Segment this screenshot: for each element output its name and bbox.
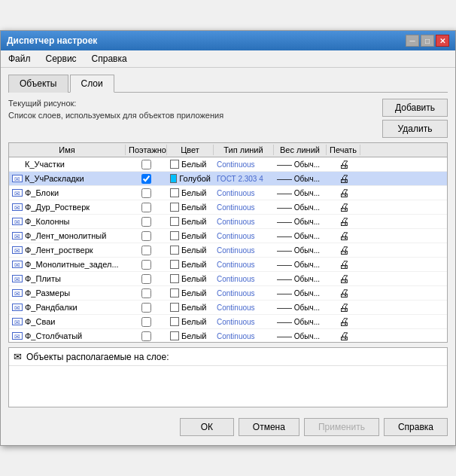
printer-icon[interactable]: 🖨 xyxy=(339,187,349,199)
print-cell: 🖨 xyxy=(327,215,360,227)
print-cell: 🖨 xyxy=(327,187,360,199)
row-name: Ф_Столбчатый xyxy=(25,331,82,340)
row-name-cell: ✉Ф_Дур_Ростверк xyxy=(9,202,126,212)
color-name: Белый xyxy=(181,303,206,312)
row-name: Ф_Блоки xyxy=(25,188,59,197)
color-name: Белый xyxy=(181,231,206,240)
table-row[interactable]: ✉Ф_СваиБелыйContinuous—— Обыч...🖨 xyxy=(9,315,447,329)
printer-icon[interactable]: 🖨 xyxy=(339,201,349,213)
layer-checkbox[interactable] xyxy=(141,288,151,298)
window-title: Диспетчер настроек xyxy=(7,35,97,46)
row-name-cell: ✉Ф_Лент_монолитный xyxy=(9,230,126,241)
checkbox-cell xyxy=(126,260,167,270)
tab-layers[interactable]: Слои xyxy=(70,75,114,93)
printer-icon[interactable]: 🖨 xyxy=(339,316,349,328)
checkbox-cell xyxy=(126,188,167,198)
envelope-icon: ✉ xyxy=(12,246,23,254)
checkbox-cell xyxy=(126,217,167,227)
table-row[interactable]: ✉Ф_БлокиБелыйContinuous—— Обыч...🖨 xyxy=(9,186,447,200)
table-row[interactable]: ✉Ф_Лент_монолитныйБелыйContinuous—— Обыч… xyxy=(9,229,447,243)
ok-button[interactable]: ОК xyxy=(180,418,234,436)
layer-checkbox[interactable] xyxy=(141,203,151,212)
tab-objects[interactable]: Объекты xyxy=(8,75,68,93)
row-name: Ф_Размеры xyxy=(25,288,70,298)
printer-icon[interactable]: 🖨 xyxy=(339,158,349,170)
printer-icon[interactable]: 🖨 xyxy=(339,287,349,299)
close-button[interactable]: ✕ xyxy=(436,35,449,47)
linetype-cell: ГОСТ 2.303 4 xyxy=(214,174,274,184)
color-cell: Белый xyxy=(167,159,214,169)
table-row[interactable]: ✉Ф_Дур_РостверкБелыйContinuous—— Обыч...… xyxy=(9,200,447,215)
linetype-cell: Continuous xyxy=(214,317,274,327)
objects-header: ✉ Объекты располагаемые на слое: xyxy=(9,348,447,366)
table-row[interactable]: ✉Ф_КолонныБелыйContinuous—— Обыч...🖨 xyxy=(9,215,447,229)
table-row[interactable]: ✉Ф_Лент_ростверкБелыйContinuous—— Обыч..… xyxy=(9,243,447,258)
row-name-cell: ✉Ф_Столбчатый xyxy=(9,331,126,341)
color-name: Голубой xyxy=(179,174,211,183)
layer-checkbox[interactable] xyxy=(141,331,151,341)
menu-file[interactable]: Файл xyxy=(4,52,35,66)
table-row[interactable]: ✉К_УчРаскладкиГолубойГОСТ 2.303 4—— Обыч… xyxy=(9,172,447,186)
menu-help[interactable]: Справка xyxy=(87,52,132,66)
linetype-cell: Continuous xyxy=(214,246,274,255)
table-row[interactable]: ✉Ф_ПлитыБелыйContinuous—— Обыч...🖨 xyxy=(9,272,447,286)
row-name-cell: ✉Ф_Плиты xyxy=(9,273,126,284)
layer-checkbox[interactable] xyxy=(141,317,151,327)
printer-icon[interactable]: 🖨 xyxy=(339,273,349,285)
printer-icon[interactable]: 🖨 xyxy=(339,172,349,185)
table-row[interactable]: ✉Ф_РазмерыБелыйContinuous—— Обыч...🖨 xyxy=(9,286,447,301)
maximize-button[interactable]: □ xyxy=(421,35,434,47)
color-swatch xyxy=(170,160,179,169)
print-cell: 🖨 xyxy=(327,273,360,285)
help-button[interactable]: Справка xyxy=(384,418,448,436)
color-name: Белый xyxy=(181,288,206,298)
menu-service[interactable]: Сервис xyxy=(41,52,81,66)
color-swatch xyxy=(170,246,179,255)
envelope-icon: ✉ xyxy=(12,275,23,282)
printer-icon[interactable]: 🖨 xyxy=(339,258,349,270)
printer-icon[interactable]: 🖨 xyxy=(339,301,349,313)
layer-checkbox[interactable] xyxy=(141,174,151,184)
layer-checkbox[interactable] xyxy=(141,246,151,255)
printer-icon[interactable]: 🖨 xyxy=(339,330,349,342)
linetype-cell: Continuous xyxy=(214,160,274,169)
table-row[interactable]: ✉Ф_СтолбчатыйБелыйContinuous—— Обыч...🖨 xyxy=(9,329,447,342)
add-button[interactable]: Добавить xyxy=(382,99,448,117)
row-name: К_УчРаскладки xyxy=(25,174,84,183)
layer-checkbox[interactable] xyxy=(141,217,151,227)
color-cell: Белый xyxy=(167,273,214,284)
table-row[interactable]: К_УчасткиБелыйContinuous—— Обыч...🖨 xyxy=(9,157,447,172)
minimize-button[interactable]: ─ xyxy=(406,35,419,47)
cancel-button[interactable]: Отмена xyxy=(239,418,299,436)
bottom-buttons: ОК Отмена Применить Справка xyxy=(8,413,448,439)
printer-icon[interactable]: 🖨 xyxy=(339,230,349,242)
objects-section: ✉ Объекты располагаемые на слое: xyxy=(8,347,448,407)
color-cell: Белый xyxy=(167,288,214,298)
col-header-lineweight: Вес линий xyxy=(274,145,327,155)
lineweight-cell: —— Обыч... xyxy=(274,317,327,327)
color-swatch xyxy=(170,303,179,312)
layer-checkbox[interactable] xyxy=(141,231,151,241)
print-cell: 🖨 xyxy=(327,201,360,213)
lineweight-cell: —— Обыч... xyxy=(274,288,327,298)
lineweight-cell: —— Обыч... xyxy=(274,246,327,255)
color-cell: Белый xyxy=(167,316,214,327)
color-cell: Белый xyxy=(167,188,214,198)
layer-checkbox[interactable] xyxy=(141,260,151,270)
layer-checkbox[interactable] xyxy=(141,160,151,169)
layer-checkbox[interactable] xyxy=(141,274,151,284)
printer-icon[interactable]: 🖨 xyxy=(339,215,349,227)
lineweight-cell: —— Обыч... xyxy=(274,331,327,341)
table-row[interactable]: ✉Ф_Монолитные_задел...БелыйContinuous—— … xyxy=(9,258,447,272)
apply-button[interactable]: Применить xyxy=(304,418,379,436)
layer-checkbox[interactable] xyxy=(141,303,151,313)
printer-icon[interactable]: 🖨 xyxy=(339,244,349,256)
color-swatch xyxy=(170,274,179,283)
envelope-icon: ✉ xyxy=(12,318,23,325)
delete-button[interactable]: Удалить xyxy=(382,120,448,138)
layer-checkbox[interactable] xyxy=(141,188,151,198)
row-name-cell: ✉Ф_Блоки xyxy=(9,188,126,198)
row-name: Ф_Лент_ростверк xyxy=(25,246,93,255)
col-header-position: Поэтажно xyxy=(126,145,167,155)
table-row[interactable]: ✉Ф_РандбалкиБелыйContinuous—— Обыч...🖨 xyxy=(9,301,447,315)
